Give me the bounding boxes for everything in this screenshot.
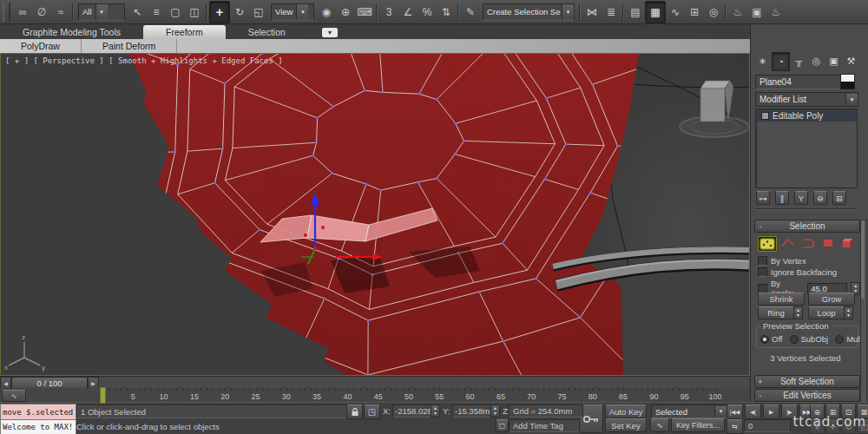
scrollbar-thumb[interactable] (861, 220, 865, 299)
select-and-link-icon[interactable]: ∞ (13, 2, 32, 23)
selected-vertex[interactable] (321, 226, 325, 229)
selection-lock-button[interactable] (346, 404, 363, 419)
reference-coordinate-dropdown[interactable]: View▼ (271, 3, 314, 21)
default-tangent-button[interactable]: ∿ (650, 418, 669, 432)
use-pivot-point-center-icon[interactable]: ◉ (317, 2, 336, 23)
shrink-button[interactable]: Shrink (758, 293, 805, 306)
panel-polydraw[interactable]: PolyDraw (0, 39, 82, 53)
key-mode-toggle[interactable]: ⇆ (727, 419, 743, 434)
window-crossing-icon[interactable]: ◫ (185, 2, 204, 23)
render-production-icon[interactable]: ♨ (766, 2, 786, 23)
polygon-mode-icon[interactable] (819, 236, 837, 250)
render-setup-icon[interactable]: ♨ (728, 2, 747, 23)
schematic-view-icon[interactable]: ⊞ (685, 2, 704, 23)
ignore-backfacing-checkbox[interactable] (758, 267, 767, 277)
rollout-selection[interactable]: - Selection (754, 220, 860, 233)
pin-stack-icon[interactable]: ⊶ (756, 191, 770, 205)
by-angle-checkbox[interactable] (758, 284, 767, 293)
selection-set-dropdown[interactable]: Selected ▼ (651, 404, 727, 418)
curve-editor-icon[interactable]: ∿ (666, 2, 685, 23)
tab-selection[interactable]: Selection (226, 25, 308, 39)
rendered-frame-window-icon[interactable]: ▣ (747, 2, 766, 23)
time-slider-handle[interactable]: 0 / 100 (11, 377, 88, 389)
mini-curve-editor-button[interactable]: ∿ (2, 390, 26, 402)
auto-key-button[interactable]: Auto Key (605, 404, 647, 418)
current-frame-marker[interactable] (100, 387, 106, 404)
modifier-stack[interactable]: Editable Poly (755, 108, 858, 188)
align-icon[interactable]: ≣ (602, 2, 621, 23)
absolute-offset-toggle[interactable]: ◳ (364, 404, 380, 419)
rectangular-selection-region-icon[interactable]: ▢ (166, 2, 185, 23)
add-time-tag-field[interactable]: Add Time Tag (509, 419, 583, 432)
x-spinner[interactable]: ▲▼ (431, 404, 440, 418)
selection-filter-dropdown[interactable]: All▼ (78, 3, 125, 21)
select-and-rotate-icon[interactable]: ↻ (230, 2, 249, 23)
by-vertex-checkbox[interactable] (758, 256, 767, 266)
spinner-snap-icon[interactable]: ⇅ (437, 2, 456, 23)
ignore-backfacing-row[interactable]: Ignore Backfacing (758, 267, 837, 277)
tab-modify[interactable]: ◔ (772, 52, 790, 71)
object-color-swatch[interactable] (840, 74, 855, 89)
configure-modifier-sets-icon[interactable]: ⊟ (832, 191, 846, 205)
perspective-viewport[interactable]: xyz [ + ] [ Perspective ] [ Smooth + Hig… (0, 53, 750, 376)
key-filters-button[interactable]: Key Filters... (671, 418, 725, 432)
select-and-manipulate-icon[interactable]: ⊕ (336, 2, 355, 23)
unlink-selection-icon[interactable]: ∅ (32, 2, 51, 23)
ring-spinner[interactable]: ▲▼ (793, 306, 803, 319)
select-and-move-icon[interactable]: + (209, 1, 230, 23)
ribbon-minimize-icon[interactable]: ▼ (322, 28, 338, 37)
edge-mode-icon[interactable] (779, 236, 797, 250)
radio-icon[interactable] (760, 335, 769, 344)
panel-paint-deform[interactable]: Paint Deform (82, 39, 177, 53)
loop-spinner[interactable]: ▲▼ (844, 306, 853, 319)
maxscript-listener-output[interactable]: Welcome to MAX! (0, 419, 76, 434)
select-and-scale-icon[interactable]: ◱ (249, 2, 268, 23)
graphite-ribbon-toggle-icon[interactable]: ▦ (645, 1, 666, 23)
select-object-icon[interactable]: ↖ (128, 2, 147, 23)
preview-option-off[interactable]: Off (760, 334, 783, 344)
bind-to-space-warp-icon[interactable]: ≈ (51, 2, 70, 23)
keyboard-shortcut-override-icon[interactable]: ⌨ (355, 2, 374, 23)
border-mode-icon[interactable] (799, 236, 817, 250)
mirror-icon[interactable]: ⋈ (582, 2, 602, 23)
rollout-soft-selection[interactable]: +Soft Selection (754, 375, 860, 388)
vertex-mode-icon[interactable] (758, 236, 777, 252)
selected-vertex[interactable] (313, 247, 317, 250)
by-vertex-row[interactable]: By Vertex (758, 256, 806, 266)
layer-manager-icon[interactable]: ▤ (626, 2, 645, 23)
snaps-toggle-3d-icon[interactable]: 3 (379, 2, 398, 23)
element-mode-icon[interactable] (839, 236, 857, 250)
object-name-field[interactable]: Plane04 (755, 75, 842, 89)
modifier-stack-item[interactable]: Editable Poly (756, 109, 857, 122)
remove-modifier-icon[interactable]: ⊖ (813, 191, 827, 205)
viewport-canvas[interactable]: xyz (1, 54, 749, 375)
tab-motion[interactable]: ◎ (808, 52, 825, 69)
rollout-edit-vertices[interactable]: -Edit Vertices (754, 389, 860, 402)
edit-named-selection-sets-icon[interactable]: ✎ (461, 2, 480, 23)
tab-create[interactable]: ∗ (754, 52, 771, 69)
grow-button[interactable]: Grow (808, 293, 855, 306)
select-by-name-icon[interactable]: ≡ (147, 2, 166, 23)
tab-freeform[interactable]: Freeform (143, 25, 226, 39)
next-frame-arrow-icon[interactable]: ▶ (88, 377, 99, 389)
previous-frame-arrow-icon[interactable]: ◀ (0, 377, 11, 389)
radio-icon[interactable] (835, 335, 844, 344)
maxscript-listener-input[interactable]: move $.selected (0, 404, 76, 420)
tab-graphite-modeling-tools[interactable]: Graphite Modeling Tools (0, 25, 143, 39)
angle-snap-icon[interactable]: ∠ (398, 2, 418, 23)
x-coordinate-field[interactable]: -2158.028 (392, 404, 434, 418)
named-selection-set-dropdown[interactable]: Create Selection Se▼ (483, 3, 575, 21)
modifier-list-dropdown[interactable]: Modifier List ▼ (755, 92, 858, 107)
viewport-label[interactable]: [ + ] [ Perspective ] [ Smooth + Highlig… (5, 56, 283, 65)
go-to-start-button[interactable]: |◀◀ (727, 404, 743, 419)
make-unique-icon[interactable]: Y (794, 191, 808, 205)
y-coordinate-field[interactable]: -15.358mm (452, 404, 494, 418)
tab-hierarchy[interactable]: ╥ (791, 52, 807, 69)
track-bar[interactable]: 0510152025303540455055606570758085909510… (0, 388, 750, 403)
previous-frame-button[interactable]: ◀| (745, 404, 761, 419)
percent-snap-icon[interactable]: % (418, 2, 437, 23)
radio-icon[interactable] (790, 335, 799, 344)
tab-display[interactable]: ▣ (825, 52, 842, 69)
set-key-button[interactable]: Set Key (605, 418, 647, 432)
ring-button[interactable]: Ring (758, 306, 794, 319)
